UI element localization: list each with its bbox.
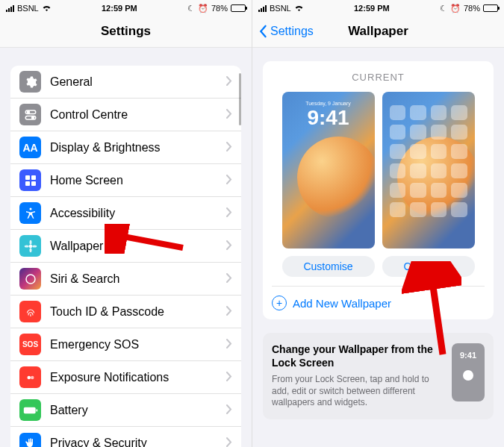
row-label: Control Centre (50, 108, 226, 122)
customise-lock-button[interactable]: Customise (282, 256, 375, 277)
alarm-icon: ⏰ (198, 4, 208, 13)
chevron-right-icon (226, 207, 232, 220)
row-label: Privacy & Security (50, 437, 226, 447)
current-card: CURRENT Tuesday, 9 January 9:41 (263, 61, 494, 319)
page-title: Wallpaper (348, 24, 408, 39)
navbar: Settings Wallpaper (252, 15, 504, 48)
clock-label: 12:59 PM (102, 4, 137, 13)
row-label: Emergency SOS (50, 338, 226, 351)
row-label: General (50, 75, 226, 89)
carrier-label: BSNL (17, 4, 39, 13)
chevron-right-icon (226, 338, 232, 351)
signal-icon (258, 5, 267, 12)
plus-icon: + (272, 296, 287, 310)
accessibility-icon (19, 202, 41, 224)
chevron-right-icon (226, 404, 232, 417)
siri-icon (19, 268, 41, 290)
exposure-icon (19, 366, 41, 388)
mini-lock-icon: 9:41 (452, 343, 485, 401)
svg-rect-17 (23, 407, 35, 413)
grid-icon (19, 169, 41, 191)
chevron-right-icon (226, 108, 232, 122)
row-wallpaper[interactable]: Wallpaper (10, 230, 241, 263)
battery-icon (231, 4, 246, 12)
flower-icon (19, 235, 41, 257)
row-label: Battery (50, 404, 226, 417)
row-home-screen[interactable]: Home Screen (10, 164, 241, 197)
svg-rect-18 (36, 409, 37, 411)
settings-list: General Control Centre AA Display & Brig… (10, 66, 241, 447)
current-label: CURRENT (272, 72, 485, 83)
page-title: Settings (101, 24, 151, 39)
switches-icon (19, 104, 41, 125)
text-size-icon: AA (19, 137, 41, 158)
back-button[interactable]: Settings (258, 25, 314, 38)
row-label: Wallpaper (50, 240, 226, 253)
row-exposure[interactable]: Exposure Notifications (10, 361, 241, 394)
row-general[interactable]: General (10, 66, 241, 99)
phone-wallpaper: BSNL 12:59 PM ☾ ⏰ 78% Settings Wallpaper… (252, 0, 504, 447)
svg-point-2 (27, 110, 29, 113)
lockscreen-preview[interactable]: Tuesday, 9 January 9:41 (282, 92, 375, 248)
mini-time: 9:41 (460, 351, 476, 360)
homescreen-preview[interactable] (382, 92, 475, 248)
chevron-right-icon (226, 272, 232, 286)
row-label: Home Screen (50, 174, 226, 187)
info-card: Change your Wallpaper from the Lock Scre… (263, 333, 494, 419)
svg-point-13 (32, 245, 37, 247)
scrollbar[interactable] (239, 73, 241, 125)
hand-icon (19, 433, 41, 448)
svg-point-9 (28, 244, 32, 248)
chevron-right-icon (226, 75, 232, 89)
row-accessibility[interactable]: Accessibility (10, 197, 241, 230)
chevron-right-icon (226, 437, 232, 447)
back-label: Settings (270, 25, 314, 38)
gear-icon (19, 71, 41, 93)
sos-icon: SOS (19, 334, 41, 355)
signal-icon (6, 5, 14, 12)
fingerprint-icon (19, 301, 41, 322)
svg-rect-6 (25, 181, 30, 186)
battery-pct: 78% (464, 4, 480, 13)
clock-label: 12:59 PM (354, 4, 390, 13)
svg-rect-7 (31, 181, 36, 186)
add-wallpaper-button[interactable]: + Add New Wallpaper (272, 296, 485, 310)
svg-point-3 (31, 116, 34, 119)
svg-point-11 (29, 248, 31, 252)
svg-point-16 (31, 375, 34, 379)
chevron-right-icon (226, 141, 232, 154)
alarm-icon: ⏰ (450, 4, 461, 13)
svg-rect-4 (25, 175, 30, 180)
chevron-right-icon (226, 174, 232, 187)
add-label: Add New Wallpaper (293, 297, 391, 310)
row-touchid[interactable]: Touch ID & Passcode (10, 296, 241, 328)
row-label: Touch ID & Passcode (50, 305, 226, 319)
customise-home-button[interactable]: Customise (382, 256, 475, 277)
app-grid-icon (390, 105, 467, 234)
row-label: Accessibility (50, 207, 226, 220)
svg-point-12 (24, 245, 28, 247)
row-privacy[interactable]: Privacy & Security (10, 427, 241, 447)
info-title: Change your Wallpaper from the Lock Scre… (272, 343, 443, 369)
row-label: Exposure Notifications (50, 371, 226, 384)
phone-settings: BSNL 12:59 PM ☾ ⏰ 78% Settings General C… (0, 0, 252, 447)
lock-date: Tuesday, 9 January (282, 101, 375, 106)
row-battery[interactable]: Battery (10, 394, 241, 427)
chevron-right-icon (226, 371, 232, 384)
row-display[interactable]: AA Display & Brightness (10, 131, 241, 164)
status-bar: BSNL 12:59 PM ☾ ⏰ 78% (252, 0, 504, 15)
row-label: Display & Brightness (50, 141, 226, 154)
svg-point-14 (26, 275, 35, 284)
status-bar: BSNL 12:59 PM ☾ ⏰ 78% (0, 0, 252, 15)
chevron-right-icon (226, 305, 232, 319)
battery-icon (19, 399, 41, 421)
row-sos[interactable]: SOS Emergency SOS (10, 328, 241, 361)
svg-point-15 (27, 375, 31, 379)
svg-point-10 (29, 240, 31, 244)
carrier-label: BSNL (270, 4, 291, 13)
row-siri[interactable]: Siri & Search (10, 263, 241, 296)
row-control-centre[interactable]: Control Centre (10, 99, 241, 131)
wifi-icon (294, 4, 304, 13)
dnd-icon: ☾ (187, 4, 195, 13)
navbar: Settings (0, 15, 252, 48)
